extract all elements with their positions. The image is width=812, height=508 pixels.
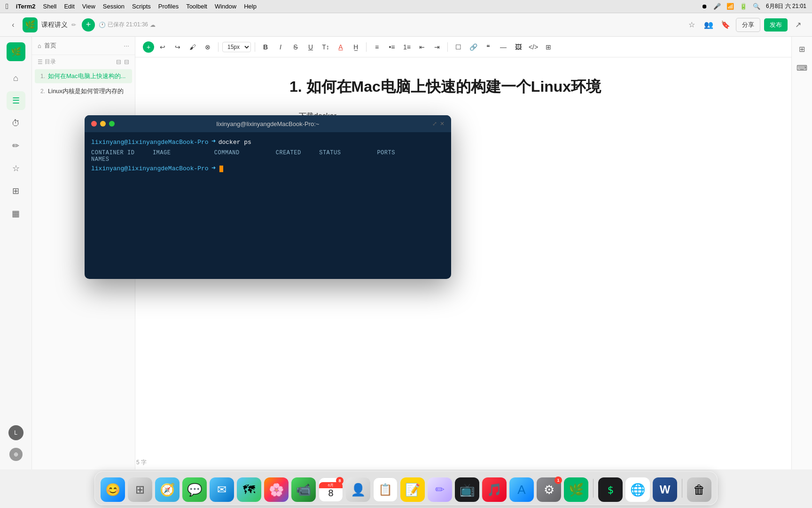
- sidebar-icon-star[interactable]: ☆: [7, 159, 25, 178]
- user-avatar[interactable]: L: [8, 425, 23, 440]
- terminal-window[interactable]: lixinyang@lixinyangdeMacBook-Pro:~ ⤢ ✕ l…: [85, 115, 451, 279]
- settings-badge: 1: [554, 476, 562, 484]
- outdent-button[interactable]: ⇤: [415, 40, 429, 54]
- font-size-selector[interactable]: 15px 12px 14px 16px 18px 20px: [222, 42, 251, 52]
- dock-finder[interactable]: 😊: [101, 477, 125, 502]
- dock-notes[interactable]: 📝: [400, 477, 425, 502]
- bold-button[interactable]: B: [259, 40, 272, 54]
- dock-launchpad[interactable]: ⊞: [128, 477, 152, 502]
- sidebar-icon-home[interactable]: ⌂: [7, 69, 25, 87]
- terminal-expand[interactable]: ⤢ ✕: [432, 120, 445, 127]
- dock-trash[interactable]: 🗑: [687, 477, 711, 502]
- indent-button[interactable]: ⇥: [430, 40, 444, 54]
- code-button[interactable]: </>: [527, 40, 540, 54]
- dock-music[interactable]: 🎵: [482, 477, 507, 502]
- bullet-button[interactable]: •≡: [385, 40, 398, 54]
- dock-calendar[interactable]: 6月 8 8: [319, 477, 343, 502]
- terminal-line-2: lixinyang@lixinyangdeMacBook-Pro ➜: [91, 164, 445, 175]
- apple-menu[interactable]: : [6, 2, 8, 11]
- toc-icon: ☰: [12, 95, 20, 106]
- add-content-button[interactable]: +: [82, 18, 95, 32]
- table-button[interactable]: ⊞: [542, 40, 555, 54]
- dock-reminders[interactable]: 📋: [373, 477, 398, 502]
- dock-mail[interactable]: ✉: [210, 477, 234, 502]
- bookmark-button[interactable]: 🔖: [719, 18, 732, 32]
- nav-more-icon[interactable]: ···: [124, 42, 129, 49]
- toolbelt-menu[interactable]: Toolbelt: [186, 3, 207, 10]
- image-button[interactable]: 🖼: [512, 40, 525, 54]
- back-button[interactable]: ‹: [8, 19, 19, 31]
- dock-iterm2[interactable]: $: [598, 477, 623, 502]
- dock-photos[interactable]: 🌸: [264, 477, 289, 502]
- fullscreen-button[interactable]: [109, 121, 115, 127]
- insert-button[interactable]: +: [143, 41, 154, 53]
- heading-button[interactable]: T↕: [319, 40, 332, 54]
- nav-layout-icon[interactable]: ⊟: [116, 58, 121, 65]
- sidebar-icon-toc[interactable]: ☰: [7, 91, 25, 110]
- undo-button[interactable]: ↩: [156, 40, 169, 54]
- collaborators-button[interactable]: 👥: [702, 18, 715, 32]
- app-name[interactable]: iTerm2: [16, 3, 36, 10]
- right-expand-button[interactable]: ⊞: [795, 41, 810, 56]
- dock-maps[interactable]: 🗺: [237, 477, 261, 502]
- doc-nav-item-2[interactable]: 2. Linux内核是如何管理内存的: [35, 84, 132, 98]
- checkbox-button[interactable]: ☐: [452, 40, 465, 54]
- settings-circle-button[interactable]: ⊕: [9, 448, 23, 461]
- more-options-button[interactable]: ↗: [791, 18, 804, 32]
- dock-facetime[interactable]: 📹: [291, 477, 316, 502]
- doc-nav-home-link[interactable]: ⌂ 首页: [38, 41, 56, 50]
- dock-freeform[interactable]: ✏: [428, 477, 452, 502]
- help-menu[interactable]: Help: [244, 3, 257, 10]
- view-menu[interactable]: View: [82, 3, 95, 10]
- sidebar-icon-edit[interactable]: ✏: [7, 136, 25, 155]
- numbered-button[interactable]: 1≡: [400, 40, 414, 54]
- chrome-icon: 🌐: [630, 483, 645, 497]
- hr-button[interactable]: —: [497, 40, 510, 54]
- share-button[interactable]: 分享: [736, 18, 760, 32]
- calendar-day: 8: [328, 488, 333, 498]
- eraser-button[interactable]: ⊗: [201, 40, 214, 54]
- shell-menu[interactable]: Shell: [43, 3, 57, 10]
- redo-button[interactable]: ↪: [171, 40, 184, 54]
- dock-word[interactable]: W: [653, 477, 677, 502]
- dock-separator-2: [682, 479, 682, 498]
- sidebar-icon-dashboard[interactable]: ▦: [7, 204, 25, 223]
- edit-menu[interactable]: Edit: [64, 3, 74, 10]
- save-status: 🕐 已保存 21:01:36 ☁: [99, 21, 156, 29]
- edit-doc-title-icon[interactable]: ✏: [71, 22, 76, 28]
- search-icon[interactable]: 🔍: [753, 3, 760, 10]
- star-button[interactable]: ☆: [685, 18, 698, 32]
- sidebar-icon-team[interactable]: ⊞: [7, 182, 25, 200]
- right-keyboard-button[interactable]: ⌨: [795, 60, 810, 75]
- divider-2: [255, 42, 255, 52]
- session-menu[interactable]: Session: [103, 3, 125, 10]
- scripts-menu[interactable]: Scripts: [132, 3, 151, 10]
- dock-appstore[interactable]: A: [509, 477, 534, 502]
- font-color-button[interactable]: A: [334, 40, 347, 54]
- doc-nav-item-1[interactable]: 1. 如何在Mac电脑上快速构的...: [35, 69, 132, 83]
- profiles-menu[interactable]: Profiles: [158, 3, 179, 10]
- align-button[interactable]: ≡: [370, 40, 383, 54]
- dock-settings[interactable]: ⚙ 1: [537, 477, 561, 502]
- dock-messages[interactable]: 💬: [182, 477, 207, 502]
- strikethrough-button[interactable]: S: [289, 40, 302, 54]
- dock-appletv[interactable]: 📺: [455, 477, 479, 502]
- italic-button[interactable]: I: [274, 40, 287, 54]
- highlight-button[interactable]: H̲: [349, 40, 362, 54]
- dock-safari[interactable]: 🧭: [155, 477, 180, 502]
- dock-contacts[interactable]: 👤: [346, 477, 370, 502]
- window-menu[interactable]: Window: [215, 3, 236, 10]
- quote-button[interactable]: ❝: [482, 40, 495, 54]
- underline-button[interactable]: U: [304, 40, 317, 54]
- minimize-button[interactable]: [100, 121, 106, 127]
- close-button[interactable]: [91, 121, 97, 127]
- terminal-body[interactable]: lixinyang@lixinyangdeMacBook-Pro ➜ docke…: [85, 132, 451, 279]
- link-button[interactable]: 🔗: [467, 40, 480, 54]
- dock-chrome[interactable]: 🌐: [625, 477, 650, 502]
- dock-yuque[interactable]: 🌿: [564, 477, 588, 502]
- publish-button[interactable]: 发布: [764, 18, 788, 32]
- sidebar-icon-app[interactable]: 🌿: [7, 42, 25, 61]
- nav-list-icon[interactable]: ⊟: [124, 58, 129, 65]
- sidebar-icon-history[interactable]: ⏱: [7, 114, 25, 133]
- paint-button[interactable]: 🖌: [186, 40, 199, 54]
